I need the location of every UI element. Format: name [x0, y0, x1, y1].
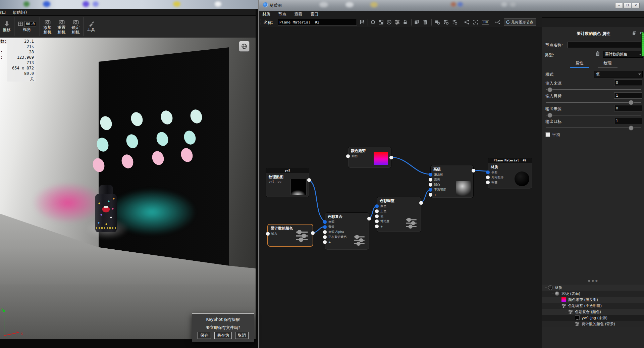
float-panel-icon[interactable] — [632, 31, 637, 36]
menu-node[interactable]: 节点 — [275, 11, 290, 17]
tools-button[interactable]: 工具 — [85, 16, 98, 38]
input-port-specular[interactable] — [429, 178, 432, 182]
output-port[interactable] — [472, 169, 475, 172]
delete-node-icon[interactable] — [595, 51, 600, 56]
menu-view[interactable]: 查看 — [291, 11, 306, 17]
node-texture-yw1[interactable]: yw1 纹理贴图 yw1.jpg — [266, 168, 309, 197]
environment-globe-button[interactable] — [239, 41, 250, 52]
input-port-add[interactable] — [323, 240, 327, 244]
input-port-add[interactable] — [429, 193, 432, 197]
node-color-composite[interactable]: 色彩复合 来源 背景 来源 Alpha 正在剪切遮挡 + — [325, 212, 369, 250]
input-port-add[interactable] — [375, 225, 379, 228]
input-port-clip-mask[interactable] — [323, 235, 327, 239]
menu-window[interactable]: 窗口 — [0, 9, 9, 15]
material-name-input[interactable] — [278, 19, 357, 26]
input-port-contrast[interactable] — [375, 219, 379, 223]
output-port[interactable] — [389, 156, 393, 159]
lock-camera-button[interactable]: 锁定相机 — [69, 16, 83, 38]
material-graph-titlebar[interactable]: 材质图 – ❐ ✕ — [259, 0, 644, 11]
input-port-diffuse[interactable] — [429, 173, 432, 177]
node-color-to-count[interactable]: 要计数的颜色 输入 — [268, 224, 313, 246]
input-to-slider[interactable] — [546, 100, 641, 104]
output-port[interactable] — [367, 217, 371, 220]
delete-icon[interactable] — [422, 19, 429, 26]
smooth-checkbox[interactable] — [545, 132, 550, 137]
input-from-value[interactable]: 0 — [614, 80, 642, 86]
input-port-opacity[interactable] — [429, 188, 432, 192]
menu-help[interactable]: 帮助(H) — [10, 9, 30, 15]
geometry-node-toggle[interactable]: 几何图形节点 — [504, 18, 536, 26]
tab-properties[interactable]: 属性 — [570, 60, 589, 69]
input-port-background[interactable] — [323, 225, 327, 229]
close-button[interactable]: ✕ — [632, 3, 640, 8]
sliders-icon[interactable] — [394, 19, 400, 26]
panel-splitter[interactable]: ●●● — [542, 279, 644, 282]
tree-row-color-to-count[interactable]: 要计数的颜色 (背景) — [542, 321, 644, 327]
dots-preview-icon[interactable] — [451, 19, 458, 26]
input-port-value[interactable] — [375, 214, 379, 218]
input-port-input[interactable] — [266, 232, 270, 236]
tree-row-material[interactable]: − 材质 — [542, 285, 644, 291]
cancel-button[interactable]: 取消 — [235, 332, 249, 339]
input-port[interactable] — [346, 154, 350, 158]
split-connection-icon[interactable] — [494, 19, 501, 26]
output-port[interactable] — [419, 201, 423, 205]
type-select[interactable]: 要计数的颜色 — [603, 51, 643, 58]
output-from-value[interactable]: 0 — [614, 105, 642, 111]
node-advanced[interactable]: 高级 漫反射 高光 凹凸 不透明度 + — [430, 165, 474, 198]
tree-row-color-composite[interactable]: − 色彩复合 (颜色) — [542, 309, 644, 315]
tree-row-advanced[interactable]: − 高级 (表面) — [542, 291, 644, 297]
input-port-label[interactable] — [486, 181, 490, 184]
menu-window[interactable]: 窗口 — [307, 11, 322, 17]
output-to-slider[interactable] — [546, 126, 641, 130]
pan-button[interactable]: 推移 — [0, 16, 13, 38]
expander-icon[interactable]: − — [544, 286, 548, 290]
node-name-input[interactable] — [568, 42, 642, 48]
input-port-surface[interactable] — [486, 170, 490, 174]
auto-layout-icon[interactable] — [464, 19, 470, 26]
input-to-value[interactable]: 1 — [614, 92, 642, 99]
input-port-color[interactable] — [375, 204, 379, 208]
view-angle-value[interactable]: 80.0 — [24, 21, 36, 27]
expander-icon[interactable]: − — [551, 292, 555, 296]
output-to-value[interactable]: 1 — [614, 118, 642, 124]
node-canvas[interactable]: yw1 纹理贴图 yw1.jpg 颜色渐变 贴图 高级 漫反射 高光 凹凸 不透… — [260, 27, 542, 348]
thumbnail-preview-icon[interactable] — [434, 19, 441, 26]
fit-view-icon[interactable] — [472, 19, 479, 26]
output-port[interactable] — [311, 231, 315, 235]
input-from-slider[interactable] — [546, 87, 641, 92]
lock-icon[interactable] — [402, 19, 409, 26]
save-button[interactable]: 保存 — [198, 332, 211, 339]
menu-material[interactable]: 材质 — [259, 11, 274, 17]
minimize-button[interactable]: – — [615, 3, 623, 8]
input-port-bump[interactable] — [429, 183, 432, 187]
input-port-source[interactable] — [323, 220, 327, 224]
expander-icon[interactable]: − — [564, 310, 568, 314]
output-from-slider[interactable] — [546, 113, 641, 117]
input-port-geometry[interactable] — [486, 176, 490, 179]
grid-preview-icon[interactable] — [443, 19, 449, 26]
tree-row-gradient[interactable]: 颜色渐变 (漫反射) — [542, 297, 644, 303]
input-port-tint[interactable] — [375, 209, 379, 213]
duplicate-icon[interactable] — [413, 19, 420, 26]
green-striped-scrollbar[interactable] — [642, 32, 644, 56]
input-port-source-alpha[interactable] — [323, 230, 327, 234]
expander-icon[interactable]: − — [557, 304, 561, 308]
add-camera-button[interactable]: 添加相机 — [41, 16, 55, 38]
node-color-gradient[interactable]: 颜色渐变 贴图 — [348, 147, 391, 168]
save-as-button[interactable]: 另存为 — [214, 332, 232, 339]
tree-row-color-adjust[interactable]: − 色彩调整 (不透明度) — [542, 303, 644, 309]
zoom-100-button[interactable]: 100 — [481, 19, 490, 26]
reset-camera-button[interactable]: 重置相机 — [55, 16, 69, 38]
node-plane-material[interactable]: Plane Material #2 材质 表面 几何图形 标签 — [488, 158, 532, 189]
toolbar-grip[interactable] — [261, 19, 262, 25]
save-icon[interactable] — [359, 19, 366, 26]
tab-texture[interactable]: 纹理 — [598, 60, 618, 69]
preview-sphere-icon[interactable] — [370, 19, 376, 26]
mode-select[interactable]: 值 — [594, 71, 643, 78]
play-preview-icon[interactable] — [386, 19, 392, 26]
node-color-adjust[interactable]: 色彩调整 颜色 上色 值 对比度 + — [377, 197, 421, 232]
maximize-button[interactable]: ❐ — [624, 3, 631, 8]
render-viewport[interactable]: 数:23.1 21s :28 :123,969 713 654 x 872 80… — [0, 38, 256, 339]
view-angle-control[interactable]: 80.0 视角 — [15, 16, 39, 38]
